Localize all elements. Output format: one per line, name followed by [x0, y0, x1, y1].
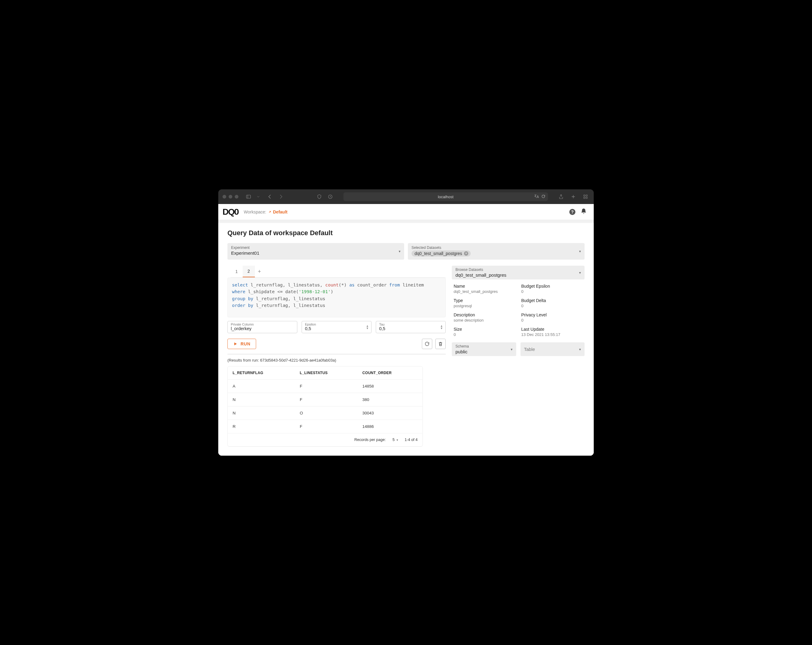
tau-label: Tau	[379, 322, 442, 326]
rpp-value: 5	[392, 438, 395, 442]
refresh-icon	[424, 341, 430, 347]
meta-size-label: Size	[453, 327, 515, 332]
private-column-value: l_orderkey	[231, 326, 294, 331]
translate-icon[interactable]	[534, 194, 539, 200]
table-cell: N	[228, 407, 295, 420]
run-button[interactable]: RUN	[227, 339, 256, 349]
svg-rect-3	[584, 195, 585, 196]
nav-back-icon[interactable]	[266, 193, 274, 201]
meta-budget-delta-value: 0	[521, 304, 583, 308]
stepper-icon[interactable]: ▲▼	[440, 325, 443, 330]
new-tab-icon[interactable]	[569, 193, 577, 201]
rpp-select[interactable]: 5 ▾	[392, 438, 398, 442]
table-row: AF14858	[228, 380, 423, 393]
chip-remove-icon[interactable]: ✕	[464, 251, 468, 255]
table-footer: Records per page: 5 ▾ 1-4 of 4	[233, 438, 418, 442]
epsilon-field[interactable]: Epsilon 0,5 ▲▼	[302, 321, 371, 333]
experiment-value: Experiment01	[231, 251, 400, 255]
meta-budget-delta-label: Budget Delta	[521, 298, 583, 303]
rpp-label: Records per page:	[354, 438, 386, 442]
table-row: NO30043	[228, 407, 423, 420]
table-cell: F	[295, 393, 357, 407]
table-row: RF14886	[228, 420, 423, 433]
delete-button[interactable]	[435, 339, 446, 349]
schema-label: Schema	[455, 344, 513, 348]
results-table: L_RETURNFLAGL_LINESTATUSCOUNT_ORDER AF14…	[227, 366, 423, 446]
query-tabs: 1 2 +	[230, 266, 446, 278]
table-cell: A	[228, 380, 295, 393]
nav-forward-icon[interactable]	[277, 193, 285, 201]
query-tab-1[interactable]: 1	[230, 266, 243, 277]
chevron-down-icon: ▾	[579, 271, 581, 275]
trash-icon	[438, 341, 443, 347]
epsilon-value: 0,5	[305, 326, 368, 331]
url-text: localhost	[438, 194, 453, 199]
meta-update-value: 13 Dec 2021 13:55:17	[521, 332, 583, 337]
help-icon[interactable]: ?	[569, 209, 575, 215]
browser-toolbar: localhost	[218, 190, 594, 204]
window-controls[interactable]	[223, 195, 238, 199]
table-placeholder: Table	[524, 347, 581, 352]
col-header: L_LINESTATUS	[295, 367, 357, 380]
svg-rect-5	[584, 197, 585, 199]
browse-label: Browse Datasets	[455, 267, 581, 272]
breadcrumb: Workspace: Default	[244, 209, 288, 214]
table-select[interactable]: Table ▾	[520, 342, 585, 356]
sidebar-toggle-icon[interactable]	[244, 193, 252, 201]
table-cell: 14886	[357, 420, 423, 433]
experiment-label: Experiment	[231, 246, 400, 250]
table-cell: 380	[357, 393, 423, 407]
col-header: L_RETURNFLAG	[228, 367, 295, 380]
meta-size-value: 0	[453, 332, 515, 337]
table-cell: 30043	[357, 407, 423, 420]
workspace-name: Default	[273, 209, 287, 214]
browse-datasets-select[interactable]: Browse Datasets dq0_test_small_postgres …	[452, 266, 585, 280]
rpp-range: 1-4 of 4	[405, 438, 418, 442]
reload-icon[interactable]	[541, 194, 545, 199]
meta-desc-label: Description	[453, 312, 515, 317]
meta-type-value: postgresql	[453, 304, 515, 308]
app-logo[interactable]: DQ0	[223, 207, 238, 217]
chevron-down-icon: ▾	[579, 347, 581, 352]
tab-overview-icon[interactable]	[582, 193, 589, 201]
run-button-label: RUN	[241, 341, 250, 346]
table-cell: N	[228, 393, 295, 407]
table-cell: 14858	[357, 380, 423, 393]
meta-privacy-value: 0	[521, 318, 583, 322]
dropdown-caret-icon[interactable]	[255, 194, 261, 199]
private-column-label: Private Column	[231, 322, 294, 326]
meta-budget-eps-value: 0	[521, 289, 583, 294]
browse-value: dq0_test_small_postgres	[455, 272, 581, 278]
query-tab-2[interactable]: 2	[243, 266, 255, 277]
add-tab-button[interactable]: +	[255, 266, 264, 277]
dataset-meta: Namedq0_test_small_postgres Budget Epsil…	[452, 280, 585, 342]
meta-desc-value: some description	[453, 318, 515, 322]
notifications-icon[interactable]	[580, 208, 587, 216]
chevron-down-icon: ▾	[579, 249, 581, 254]
datasets-select[interactable]: Selected Datasets dq0_test_small_postgre…	[408, 243, 585, 260]
experiment-select[interactable]: Experiment Experiment01 ▾	[227, 243, 404, 260]
table-cell: F	[295, 380, 357, 393]
tau-field[interactable]: Tau 0,5 ▲▼	[376, 321, 446, 333]
app: DQ0 Workspace: Default ? Query Dat	[218, 204, 594, 455]
share-icon[interactable]	[557, 193, 565, 201]
dataset-chip[interactable]: dq0_test_small_postgres ✕	[412, 251, 471, 257]
page-title: Query Data of workspace Default	[227, 229, 585, 237]
table-cell: O	[295, 407, 357, 420]
address-bar[interactable]: localhost	[343, 193, 548, 201]
svg-rect-0	[246, 195, 250, 199]
page: Query Data of workspace Default Experime…	[218, 223, 594, 455]
dataset-chip-label: dq0_test_small_postgres	[415, 251, 462, 256]
schema-select[interactable]: Schema public ▾	[452, 342, 516, 356]
sql-editor[interactable]: select l_returnflag, l_linestatus, count…	[227, 278, 446, 317]
browser-window: localhost DQ0	[218, 190, 594, 455]
stepper-icon[interactable]: ▲▼	[366, 325, 369, 330]
private-column-field[interactable]: Private Column l_orderkey	[227, 321, 297, 333]
privacy-report-icon[interactable]	[326, 193, 334, 201]
table-cell: R	[228, 420, 295, 433]
workspace-link[interactable]: Default	[268, 209, 287, 214]
refresh-button[interactable]	[422, 339, 432, 349]
workspace-label: Workspace:	[244, 209, 267, 214]
col-header: COUNT_ORDER	[357, 367, 423, 380]
shield-icon[interactable]	[315, 193, 323, 201]
